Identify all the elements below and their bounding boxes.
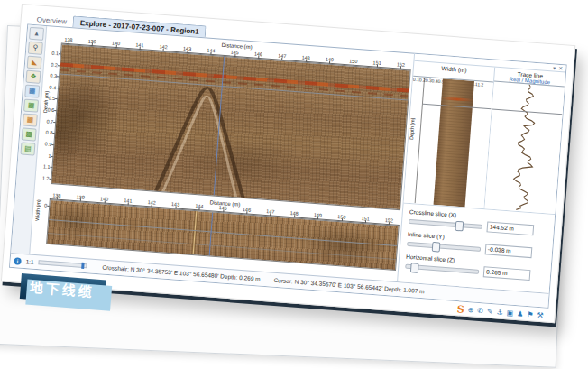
measure-icon[interactable]: ◣ [27,56,42,69]
slider-track-1[interactable] [407,241,481,251]
workspace: ▴⚲◣❖▦▦▦▩▤ Distance (m)138139140141142143… [11,25,565,293]
right-panel-column: ▾✕ Width (m) 0 Depth (m)0.10.20.30.40.50… [397,54,565,293]
profile-view[interactable]: Distance (m)1381391401411421431441451461… [37,28,412,210]
slider-track-0[interactable] [409,218,482,228]
window-body: ▴⚲◣❖▦▦▦▩▤ Distance (m)138139140141142143… [9,24,567,309]
secondary-slice-line [48,233,396,260]
trace-line-panel[interactable]: Trace line Real / Magnitude [485,68,565,214]
slice-panels: Width (m) 0 Depth (m)0.10.20.30.40.50.60… [404,60,565,214]
gpr-app-window: OverviewExplore - 2017-07-23-007 - Regio… [9,10,568,309]
crossline-slice-panel[interactable]: Width (m) 0 Depth (m)0.10.20.30.40.50.60… [404,61,496,208]
inline-slice-line[interactable] [49,219,397,246]
tools-icon[interactable]: ⚒ [537,311,544,321]
slider-value-field[interactable]: -0.038 m [485,244,533,258]
hyperbola-reflection [51,44,409,209]
crosshair-vertical-line[interactable] [209,212,214,255]
scene: OverviewExplore - 2017-07-23-007 - Regio… [0,0,588,369]
anchor-icon[interactable]: ⚓ [496,308,503,318]
slider-thumb[interactable] [455,220,464,231]
caption-banner: 地下线缆 [20,273,106,305]
slider-track-2[interactable] [405,263,479,273]
pencil-icon[interactable]: ✎ [487,308,493,317]
width-slice-canvas[interactable] [416,78,494,208]
panel-controls: ▾✕ [553,64,564,71]
zoom-slider-thumb[interactable] [81,263,85,269]
user-icon[interactable]: ♟ [517,309,524,319]
trace-waveform [485,82,565,214]
crossline-view-icon[interactable]: ▦ [24,85,40,98]
slider-value-field[interactable]: 144.52 m [486,221,534,235]
screenshot-sheet: OverviewExplore - 2017-07-23-007 - Regio… [1,4,575,323]
layers-icon[interactable]: ▤ [20,142,35,155]
zoom-ratio: 1:1 [25,258,34,265]
marker-icon[interactable]: ❖ [25,70,41,84]
zoom-icon[interactable]: ⚲ [28,42,43,55]
axis-label: Distance (m) [221,42,252,51]
grid-view-icon[interactable]: ▩ [22,127,37,141]
axis-label: Width (m) [34,194,41,221]
depth-view-icon[interactable]: ▦ [23,113,38,126]
slider-thumb[interactable] [431,241,440,252]
trace-path [511,84,538,211]
globe-icon[interactable]: ⊕ [467,306,473,315]
close-icon[interactable]: ✕ [558,65,564,71]
flag-icon[interactable]: ⚑ [527,310,534,320]
cable-linear-anomaly [191,211,198,254]
zoom-slider[interactable] [38,260,87,268]
chevron-down-icon[interactable]: ▾ [553,64,556,70]
inline-view-icon[interactable]: ▦ [23,99,39,113]
monitor-icon[interactable]: ▣ [506,309,513,318]
width-panel-body[interactable]: 0 Depth (m)0.10.20.30.40.50.60.70.80.911… [404,76,494,208]
slider-value-field[interactable]: 0.265 m [483,266,531,281]
center-column: Distance (m)1381391401411421431441451461… [30,26,414,281]
phone-icon[interactable]: ✆ [477,307,483,316]
trace-panel-body[interactable] [485,81,565,214]
scroll-up-icon[interactable]: ▴ [29,27,44,41]
info-icon[interactable]: i [14,257,22,265]
slice-sliders-panel: Crossline slice (X)144.52 mInline slice … [398,202,555,292]
radargram-canvas[interactable] [51,43,411,210]
s-logo-icon[interactable]: S [456,305,464,315]
slider-thumb[interactable] [410,263,419,273]
